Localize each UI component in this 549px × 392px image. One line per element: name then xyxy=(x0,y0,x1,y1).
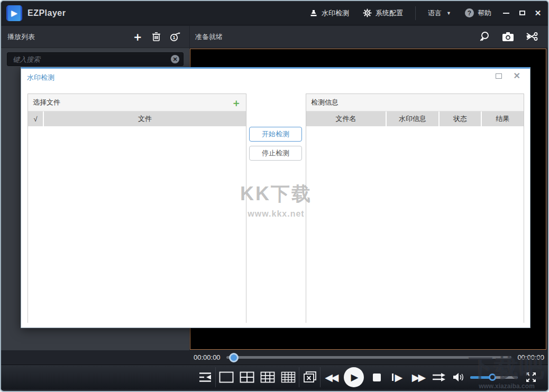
file-panel-title: 选择文件 xyxy=(33,98,60,107)
layout-single-button[interactable] xyxy=(216,365,236,389)
file-select-panel: 选择文件 ＋ √ 文件 xyxy=(28,94,246,323)
help-icon: ? xyxy=(465,8,474,17)
digital-zoom-icon[interactable] xyxy=(479,31,490,42)
watermark-detect-label: 水印检测 xyxy=(322,8,349,18)
app-logo: ▶ xyxy=(6,5,22,21)
file-table-body[interactable] xyxy=(28,126,246,323)
close-icon: ✕ xyxy=(535,8,542,18)
seek-bar[interactable] xyxy=(226,356,512,359)
minimize-icon xyxy=(503,13,509,14)
dialog-title: 水印检测 xyxy=(27,73,54,82)
stamp-icon xyxy=(309,9,318,17)
result-column-header[interactable]: 结果 xyxy=(482,111,524,126)
close-all-windows-button[interactable] xyxy=(299,365,320,389)
chevron-down-icon: ▼ xyxy=(446,11,451,16)
play-icon: ▶ xyxy=(351,371,358,383)
logo-play-icon: ▶ xyxy=(11,9,17,17)
gear-icon xyxy=(363,8,372,17)
file-column-header[interactable]: 文件 xyxy=(44,111,246,126)
layout-quad-button[interactable] xyxy=(236,365,257,389)
info-table-body[interactable] xyxy=(306,126,524,323)
add-file-button[interactable]: ＋ xyxy=(231,98,241,108)
layout-sixteen-button[interactable] xyxy=(278,365,299,389)
fullscreen-button[interactable] xyxy=(521,365,542,389)
delete-media-button[interactable] xyxy=(152,32,161,42)
dialog-close-button[interactable]: ✕ xyxy=(514,71,520,81)
maximize-button[interactable] xyxy=(514,1,530,25)
add-media-button[interactable]: ＋ xyxy=(132,31,143,43)
status-column-header[interactable]: 状态 xyxy=(440,111,481,126)
stop-detect-button[interactable]: 停止检测 xyxy=(249,146,302,161)
playlist-header: 播放列表 ＋ 1 xyxy=(1,26,189,48)
help-label: 帮助 xyxy=(478,8,491,18)
volume-slider[interactable] xyxy=(470,376,518,379)
dialog-maximize-button[interactable] xyxy=(496,73,502,79)
minimize-button[interactable] xyxy=(498,1,514,25)
timeline-bar: 00:00:00 00:00:00 xyxy=(190,350,548,365)
language-menu[interactable]: 语言 ▼ xyxy=(421,1,458,25)
step-play-icon: ▶ xyxy=(395,371,402,384)
detect-info-panel: 检测信息 文件名 水印信息 状态 结果 xyxy=(306,94,524,323)
status-bar: 准备就绪 xyxy=(190,26,548,48)
clip-scissors-icon[interactable] xyxy=(526,32,538,42)
play-button[interactable]: ▶ xyxy=(341,365,366,389)
info-table-header: 文件名 水印信息 状态 结果 xyxy=(306,111,524,126)
play-order-icon[interactable]: 1 xyxy=(169,32,181,42)
watermark-info-column-header[interactable]: 水印信息 xyxy=(387,111,438,126)
language-label: 语言 xyxy=(428,8,442,18)
playlist-title: 播放列表 xyxy=(7,32,35,42)
app-title: EZPlayer xyxy=(28,8,66,18)
volume-icon[interactable] xyxy=(449,365,466,389)
snapshot-camera-icon[interactable] xyxy=(502,32,514,42)
total-time: 00:00:00 xyxy=(514,353,548,361)
next-sequence-button[interactable] xyxy=(428,365,449,389)
app-window: ▶ EZPlayer 水印检测 系统配置 语言 ▼ ? xyxy=(0,0,549,392)
titlebar-separator xyxy=(415,6,416,20)
volume-handle[interactable] xyxy=(489,374,496,381)
elapsed-time: 00:00:00 xyxy=(190,353,224,361)
system-config-label: 系统配置 xyxy=(376,8,403,18)
title-bar: ▶ EZPlayer 水印检测 系统配置 语言 ▼ ? xyxy=(1,1,548,25)
status-text: 准备就绪 xyxy=(195,32,223,42)
watermark-detect-menu[interactable]: 水印检测 xyxy=(303,1,356,25)
help-menu[interactable]: ? 帮助 xyxy=(458,1,498,25)
info-panel-title: 检测信息 xyxy=(311,98,338,107)
fast-forward-button[interactable]: ▶▶ xyxy=(408,365,428,389)
stop-icon xyxy=(373,374,381,381)
start-detect-button[interactable]: 开始检测 xyxy=(249,127,302,142)
search-box: ✕ xyxy=(7,52,184,66)
stop-button[interactable] xyxy=(366,365,387,389)
seek-handle[interactable] xyxy=(229,353,239,362)
system-config-menu[interactable]: 系统配置 xyxy=(356,1,410,25)
svg-text:1: 1 xyxy=(172,35,175,40)
frame-step-button[interactable]: ▶ xyxy=(387,365,408,389)
close-button[interactable]: ✕ xyxy=(530,1,546,25)
filename-column-header[interactable]: 文件名 xyxy=(306,111,386,126)
check-column-header[interactable]: √ xyxy=(28,111,43,126)
search-clear-icon[interactable]: ✕ xyxy=(171,55,179,63)
watermark-detect-dialog: 水印检测 ✕ 选择文件 ＋ √ 文件 开始检测 停止检测 检测信息 文件名 xyxy=(21,67,530,328)
search-input[interactable] xyxy=(7,55,171,63)
layout-nine-button[interactable] xyxy=(258,365,278,389)
rewind-button[interactable]: ◀◀ xyxy=(321,365,341,389)
control-bar: ◀◀ ▶ ▶ ▶▶ xyxy=(1,365,548,389)
step-bar-icon xyxy=(392,374,394,381)
collapse-playlist-button[interactable] xyxy=(195,365,215,389)
maximize-icon xyxy=(519,11,525,15)
file-table-header: √ 文件 xyxy=(28,111,246,126)
